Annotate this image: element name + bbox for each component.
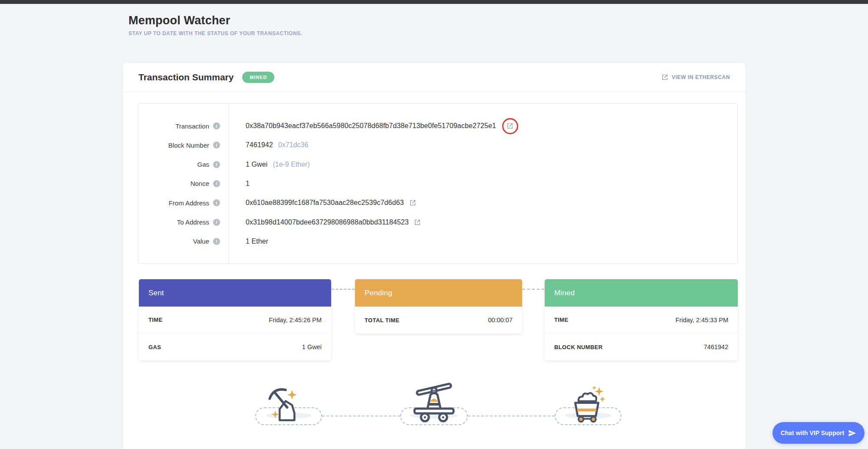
sent-card-title: Sent xyxy=(148,289,164,297)
mined-card-header: Mined xyxy=(545,279,738,307)
transaction-details-table: Transaction i 0x38a70b943eacf37eb566a598… xyxy=(138,103,738,264)
sent-status-card: Sent TIME Friday, 2:45:26 PM GAS 1 Gwei xyxy=(139,279,331,360)
gas-value: 1 Gwei xyxy=(246,161,267,168)
table-row-to-address: To Address i 0x31b98d14007bdee6372980869… xyxy=(138,212,737,231)
pending-total-time-row: TOTAL TIME 00:00:07 xyxy=(355,307,522,333)
row-label: BLOCK NUMBER xyxy=(554,344,603,350)
row-label: TIME xyxy=(554,317,569,323)
sent-pending-connector xyxy=(332,289,355,290)
external-link-icon xyxy=(661,74,668,81)
sent-gas-value: 1 Gwei xyxy=(302,343,322,350)
mined-status-card: Mined TIME Friday, 2:45:33 PM BLOCK NUMB… xyxy=(545,279,738,360)
row-label: TOTAL TIME xyxy=(365,317,399,324)
sent-time-value: Friday, 2:45:26 PM xyxy=(269,317,322,324)
nonce-value: 1 xyxy=(246,180,250,188)
row-label: Gas xyxy=(197,161,209,168)
info-icon[interactable]: i xyxy=(213,122,220,129)
row-label: GAS xyxy=(148,344,161,350)
transaction-hash: 0x38a70b943eacf37eb566a5980c25078d68fb7d… xyxy=(246,122,496,130)
card-title: Transaction Summary xyxy=(138,72,233,83)
pickaxe-rock-icon xyxy=(265,384,308,424)
page-title: Mempool Watcher xyxy=(128,14,302,27)
external-link-icon[interactable] xyxy=(506,122,513,129)
journey-connector-1 xyxy=(322,416,400,416)
info-icon[interactable]: i xyxy=(213,161,220,168)
journey-connector-2 xyxy=(468,416,555,416)
mined-block-number-row: BLOCK NUMBER 7461942 xyxy=(545,333,738,360)
mined-card-title: Mined xyxy=(554,289,575,297)
chat-button-label: Chat with VIP Support xyxy=(781,429,845,436)
block-number-value: 7461942 xyxy=(246,141,273,149)
table-row-gas: Gas i 1 Gwei (1e-9 Ether) xyxy=(138,155,737,174)
pending-mined-connector xyxy=(523,289,544,290)
gas-ether-equivalent: (1e-9 Ether) xyxy=(273,161,309,168)
row-label: From Address xyxy=(169,199,209,207)
pending-status-card: Pending TOTAL TIME 00:00:07 xyxy=(355,279,522,333)
pending-card-title: Pending xyxy=(365,289,392,297)
status-badge: MINED xyxy=(242,72,274,83)
ether-value: 1 Ether xyxy=(246,238,268,245)
info-icon[interactable]: i xyxy=(213,142,220,149)
transaction-summary-card: Transaction Summary MINED VIEW IN ETHERS… xyxy=(123,63,746,449)
row-label: To Address xyxy=(177,218,209,226)
pending-card-header: Pending xyxy=(355,279,522,307)
etherscan-link-label: VIEW IN ETHERSCAN xyxy=(672,74,730,80)
info-icon[interactable]: i xyxy=(213,238,220,245)
pending-total-time-value: 00:00:07 xyxy=(488,317,513,324)
info-icon[interactable]: i xyxy=(213,199,220,206)
table-row-value: Value i 1 Ether xyxy=(138,232,737,251)
table-row-block-number: Block Number i 7461942 0x71dc36 xyxy=(138,135,737,155)
to-address-value: 0x31b98d14007bdee637298086988a0bbd311845… xyxy=(246,218,409,226)
sent-gas-row: GAS 1 Gwei xyxy=(139,333,331,360)
handcar-icon xyxy=(409,380,459,423)
row-label: Value xyxy=(193,238,209,245)
top-window-bar xyxy=(0,0,868,4)
row-label: Block Number xyxy=(168,142,209,149)
view-in-etherscan-link[interactable]: VIEW IN ETHERSCAN xyxy=(661,74,730,81)
external-link-icon[interactable] xyxy=(409,199,416,206)
table-row-from-address: From Address i 0x610ae88399fc1687fa7530a… xyxy=(138,193,737,212)
red-annotation-circle xyxy=(502,118,518,134)
external-link-icon[interactable] xyxy=(414,219,421,226)
page-subtitle: STAY UP TO DATE WITH THE STATUS OF YOUR … xyxy=(128,30,302,36)
sent-time-row: TIME Friday, 2:45:26 PM xyxy=(139,307,331,333)
info-icon[interactable]: i xyxy=(213,219,220,226)
row-label: TIME xyxy=(148,317,163,323)
column-divider xyxy=(229,104,229,264)
chat-with-vip-support-button[interactable]: Chat with VIP Support xyxy=(773,422,865,444)
table-row-transaction: Transaction i 0x38a70b943eacf37eb566a598… xyxy=(138,116,737,135)
from-address-value: 0x610ae88399fc1687fa7530aac28ec2539c7d6d… xyxy=(246,199,404,207)
row-label: Nonce xyxy=(191,180,209,187)
page-header: Mempool Watcher STAY UP TO DATE WITH THE… xyxy=(128,14,302,36)
mined-time-row: TIME Friday, 2:45:33 PM xyxy=(545,307,738,333)
mining-cart-icon xyxy=(566,383,608,424)
row-label: Transaction xyxy=(175,122,209,130)
sent-card-header: Sent xyxy=(139,279,331,307)
table-row-nonce: Nonce i 1 xyxy=(138,174,737,193)
block-number-hex: 0x71dc36 xyxy=(278,141,308,149)
mined-time-value: Friday, 2:45:33 PM xyxy=(676,317,728,324)
paper-plane-icon xyxy=(848,429,856,437)
mined-block-number-value: 7461942 xyxy=(704,343,728,350)
info-icon[interactable]: i xyxy=(213,180,220,187)
card-header: Transaction Summary MINED VIEW IN ETHERS… xyxy=(123,63,746,92)
